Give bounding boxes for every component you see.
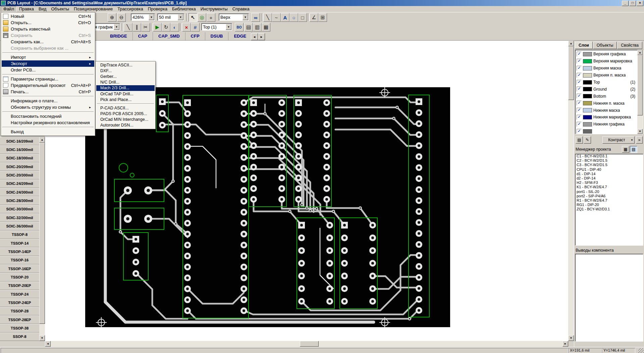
- scroll-thumb[interactable]: [637, 55, 643, 115]
- draw-line-button[interactable]: ╲: [263, 13, 272, 22]
- layer-visibility-checkbox[interactable]: ✓: [577, 129, 582, 134]
- zoom-in-button[interactable]: ⊕: [108, 13, 116, 22]
- menu-item[interactable]: Открыть известный: [2, 26, 94, 32]
- scroll-thumb[interactable]: [39, 143, 45, 324]
- chevron-down-icon[interactable]: ▼: [243, 14, 248, 20]
- signal-layer-combobox[interactable]: Top (1) ▼: [201, 23, 232, 31]
- autoroute-button[interactable]: ▶: [153, 23, 162, 32]
- scroll-left-button[interactable]: ◄: [45, 341, 51, 347]
- route-trace-button[interactable]: ╲: [124, 23, 132, 32]
- footprint-item[interactable]: SOIC-36/300mil: [0, 222, 39, 230]
- layer-visibility-checkbox[interactable]: ✓: [577, 59, 582, 64]
- drc-button[interactable]: ×: [182, 23, 191, 32]
- menu-item[interactable]: Pick and Place...: [96, 97, 155, 102]
- project-view-list-button[interactable]: ▤: [630, 146, 637, 153]
- layer-visibility-checkbox[interactable]: ✓: [577, 94, 582, 99]
- component-item[interactable]: K1 - BCY-W2/E4.7: [575, 185, 643, 189]
- view-mode-1-button[interactable]: ▤: [244, 23, 253, 32]
- menu-item[interactable]: N/C Drill...: [96, 80, 155, 85]
- menubar-item[interactable]: Вид: [36, 6, 49, 12]
- component-item[interactable]: C2 - BCY-W2/D1.5: [575, 158, 643, 163]
- footprint-item[interactable]: TSSOP-28EP: [0, 315, 39, 324]
- view-mode-2-button[interactable]: ▥: [253, 23, 262, 32]
- menu-item[interactable]: PADS PCB ASCII 2005...: [96, 111, 155, 117]
- scroll-down-button[interactable]: ▼: [39, 335, 45, 341]
- menubar-item[interactable]: Файл: [1, 6, 17, 12]
- menubar-item[interactable]: Проверка: [146, 6, 170, 12]
- menu-item[interactable]: Импорт▸: [2, 54, 94, 60]
- maximize-button[interactable]: □: [629, 1, 636, 6]
- layer-visibility-checkbox[interactable]: ✓: [577, 108, 582, 113]
- library-tab[interactable]: CAP: [133, 32, 153, 40]
- scroll-down-button[interactable]: ▼: [637, 129, 643, 134]
- layer-row[interactable]: ✓Верхняя графика: [576, 51, 637, 58]
- component-item[interactable]: port2 - SIP-P4/A6: [575, 194, 643, 198]
- place-pad-button[interactable]: ◎: [198, 13, 206, 22]
- footprint-item[interactable]: TSSOP-14: [0, 239, 39, 247]
- net-browser-button[interactable]: ◐: [170, 23, 179, 32]
- footprint-scrollbar[interactable]: ▲ ▼: [39, 137, 45, 341]
- menu-item[interactable]: Настройки резервного восстановления: [2, 119, 94, 126]
- chevron-down-icon[interactable]: ▼: [149, 14, 154, 20]
- scroll-thumb[interactable]: [300, 341, 319, 347]
- library-tab[interactable]: CFP: [185, 32, 205, 40]
- menu-item[interactable]: НовыйCtrl+N: [2, 13, 94, 19]
- menubar-item[interactable]: Инструменты: [198, 6, 230, 12]
- footprint-item[interactable]: SOIC-24/209mil: [0, 180, 39, 188]
- layer-row[interactable]: ✓Верхняя п. маска: [576, 72, 637, 79]
- minimize-button[interactable]: _: [622, 1, 629, 6]
- footprint-item[interactable]: SOIC-16/300mil: [0, 145, 39, 154]
- menu-item[interactable]: DXF...: [96, 68, 155, 73]
- layer-visibility-checkbox[interactable]: ✓: [577, 101, 582, 106]
- library-tab[interactable]: EDGE: [228, 32, 252, 40]
- board-side-combobox[interactable]: Верх ▼: [219, 13, 249, 21]
- scroll-up-button[interactable]: ▲: [568, 41, 574, 46]
- menubar-item[interactable]: Позиционирование: [71, 6, 115, 12]
- layer-visibility-checkbox[interactable]: ✓: [577, 66, 582, 71]
- menu-item[interactable]: OrCad MIN Interchange...: [96, 117, 155, 122]
- panel-tab[interactable]: Объекты: [593, 42, 617, 49]
- table-button[interactable]: ⊞: [318, 13, 327, 22]
- menu-item[interactable]: Информация о плате...: [2, 98, 94, 104]
- component-item[interactable]: RG1 - DIP-20: [575, 203, 643, 207]
- layer-row[interactable]: ✓Ground(2): [576, 86, 637, 93]
- place-via-button[interactable]: +: [207, 13, 215, 22]
- menu-item[interactable]: Обновить структуру из схемы▸: [2, 104, 94, 110]
- layer-visibility-checkbox[interactable]: ✓: [577, 52, 582, 57]
- menu-item[interactable]: Выход: [2, 129, 94, 135]
- scroll-up-button[interactable]: ▲: [39, 137, 45, 143]
- menu-item[interactable]: Order PCB...: [2, 67, 94, 73]
- footprint-item[interactable]: TSSOP-28: [0, 307, 39, 315]
- ratsnest-button[interactable]: #: [191, 23, 200, 32]
- layer-setup-button[interactable]: ▤: [576, 136, 583, 144]
- footprint-item[interactable]: SOIC-20/209mil: [0, 162, 39, 171]
- board-outline-button[interactable]: BO: [235, 23, 244, 32]
- menu-item[interactable]: СохранитьCtrl+S: [2, 32, 94, 39]
- layer-visibility-checkbox[interactable]: ✓: [577, 87, 582, 92]
- zoom-out-button[interactable]: ⊖: [117, 13, 126, 22]
- library-tab[interactable]: BRIDGE: [105, 32, 133, 40]
- menu-item[interactable]: Параметры страницы...: [2, 76, 94, 82]
- menu-item[interactable]: Сохранить как...Ctrl+Alt+S: [2, 39, 94, 45]
- canvas-vscrollbar[interactable]: ▲ ▼: [568, 41, 574, 341]
- tabs-scroll-right-button[interactable]: ►: [258, 33, 265, 40]
- component-item[interactable]: C3 - BCY-W2/D1.5: [575, 163, 643, 167]
- menu-item[interactable]: Печать...Ctrl+P: [2, 89, 94, 95]
- menubar-item[interactable]: Справка: [230, 6, 252, 12]
- tabs-scroll-left-button[interactable]: ◄: [251, 33, 258, 40]
- footprint-item[interactable]: SSOP-8: [0, 333, 39, 341]
- menubar-item[interactable]: Правка: [17, 6, 36, 12]
- layer-row[interactable]: ✓Нижняя п. маска: [576, 100, 637, 107]
- panel-tab[interactable]: Свойства: [617, 42, 642, 49]
- component-item[interactable]: CPU1 - DIP-40: [575, 167, 643, 172]
- footprint-item[interactable]: TSSOP-20: [0, 273, 39, 281]
- component-item[interactable]: R1 - BCY-W2/E4.7: [575, 198, 643, 203]
- view-grid-button[interactable]: ▦: [262, 23, 270, 32]
- library-tab[interactable]: DSUB: [205, 32, 229, 40]
- footprint-item[interactable]: SOIC-18/300mil: [0, 154, 39, 162]
- draw-rectangle-button[interactable]: □: [298, 13, 307, 22]
- menu-item[interactable]: Экспорт▸: [2, 60, 94, 67]
- layer-row[interactable]: ✓Top(1): [576, 79, 637, 86]
- footprint-item[interactable]: TSSOP-38: [0, 324, 39, 332]
- resize-grip[interactable]: [638, 348, 644, 353]
